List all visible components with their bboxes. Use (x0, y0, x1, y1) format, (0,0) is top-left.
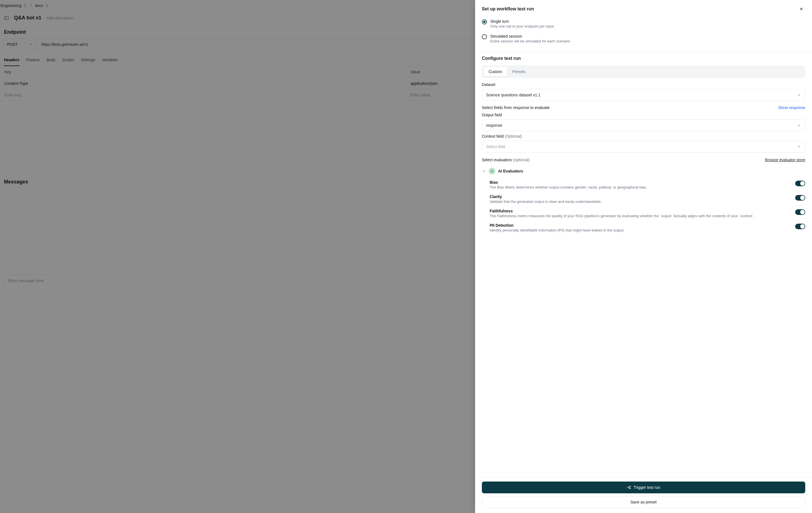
evaluator-description: The Faithfulness metric measures the qua… (490, 214, 767, 218)
context-field-placeholder: Select field (486, 144, 505, 149)
evaluator-toggle[interactable] (795, 195, 805, 201)
evaluator-faithfulness: Faithfulness The Faithfulness metric mea… (482, 206, 805, 220)
drawer-footer: Trigger test run Save as preset (475, 477, 812, 513)
output-field-select[interactable]: response (482, 119, 805, 131)
evaluators-label: Select evaluators (optional) (482, 158, 530, 162)
radio-icon (482, 34, 487, 39)
fields-section-label: Select fields from response to evaluate (482, 105, 550, 110)
evaluator-name: Clarity (490, 194, 791, 199)
mode-radio-group: Single turn Only one call to your endpoi… (475, 15, 812, 51)
button-label: Trigger test run (634, 485, 660, 490)
chevron-down-icon (797, 123, 801, 127)
evaluator-toggle[interactable] (795, 209, 805, 215)
evaluator-clarity: Clarity Validate that the generated outp… (482, 192, 805, 206)
optional-hint: (optional) (513, 158, 529, 162)
mode-simulated-session[interactable]: Simulated session Entire session will be… (482, 31, 805, 46)
seg-presets[interactable]: Presets (507, 67, 530, 76)
context-field-label-text: Context field (482, 134, 504, 139)
svg-point-5 (491, 171, 491, 171)
radio-description: Only one call to your endpoint per input (490, 24, 554, 28)
seg-custom[interactable]: Custom (484, 67, 507, 76)
close-icon (799, 7, 804, 11)
evaluator-group-title: AI Evaluators (498, 169, 523, 173)
evaluator-name: PII Detection (490, 223, 791, 228)
chevron-down-icon (797, 93, 801, 97)
ai-badge-icon (489, 168, 495, 174)
evaluator-group-header[interactable]: AI Evaluators (482, 165, 805, 177)
dataset-label: Dataset (482, 82, 805, 87)
evaluators-label-text: Select evaluators (482, 158, 512, 162)
svg-point-6 (492, 171, 493, 171)
radio-label: Simulated session (490, 34, 570, 38)
radio-icon (482, 19, 487, 24)
save-as-preset-button[interactable]: Save as preset (482, 496, 805, 508)
chevron-down-icon (482, 169, 486, 173)
mode-single-turn[interactable]: Single turn Only one call to your endpoi… (482, 16, 805, 31)
radio-description: Entire session will be simulated for eac… (490, 39, 570, 43)
evaluator-description: Validate that the generated output is cl… (490, 199, 767, 204)
context-field-select[interactable]: Select field (482, 141, 805, 152)
context-field-label: Context field (Optional) (482, 134, 805, 139)
drawer-title: Set up workflow test run (482, 6, 534, 11)
dataset-value: Science questions dataset v1.1 (486, 93, 541, 97)
evaluator-bias: Bias The Bias Metric determines whether … (482, 177, 805, 192)
test-run-drawer: Set up workflow test run Single turn Onl… (475, 0, 812, 513)
radio-label: Single turn (490, 19, 554, 24)
config-segmented-control: Custom Presets (482, 65, 805, 78)
button-label: Save as preset (631, 500, 657, 504)
chevron-down-icon (797, 145, 801, 149)
output-field-label: Output field (482, 113, 805, 117)
evaluator-toggle[interactable] (795, 181, 805, 186)
evaluator-pii-detection: PII Detection Identify personally identi… (482, 220, 805, 235)
evaluator-description: The Bias Metric determines whether outpu… (490, 185, 767, 189)
show-response-link[interactable]: Show response (778, 105, 805, 110)
evaluator-name: Bias (490, 180, 791, 184)
browse-evaluator-store-link[interactable]: Browse evaluator store (765, 158, 805, 162)
configure-heading: Configure test run (482, 56, 805, 61)
dataset-select[interactable]: Science questions dataset v1.1 (482, 89, 805, 101)
optional-hint: (Optional) (504, 134, 522, 139)
evaluator-name: Faithfulness (490, 209, 791, 213)
send-icon (627, 485, 631, 490)
close-button[interactable] (798, 5, 805, 13)
svg-point-4 (491, 170, 493, 172)
output-field-value: response (486, 123, 502, 127)
trigger-test-run-button[interactable]: Trigger test run (482, 482, 805, 493)
evaluator-description: Identify personally identifiable informa… (490, 228, 767, 232)
evaluator-toggle[interactable] (795, 224, 805, 229)
